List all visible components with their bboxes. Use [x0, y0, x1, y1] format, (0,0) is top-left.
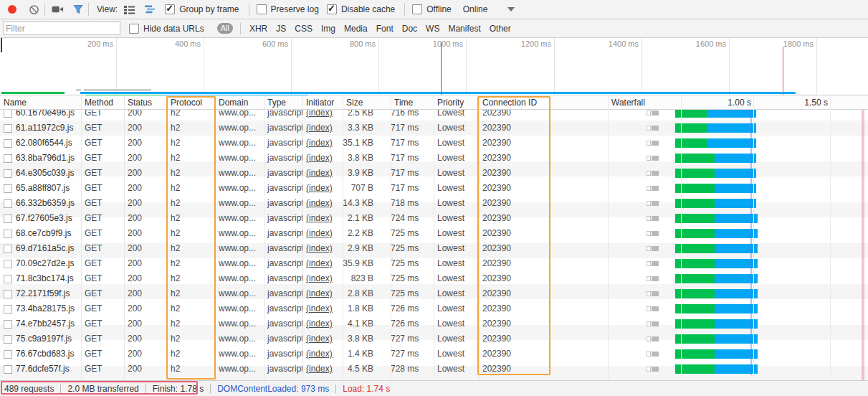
waterfall-stalled-chip: [652, 367, 659, 372]
clear-icon[interactable]: [29, 4, 39, 15]
chevron-down-icon[interactable]: [507, 7, 515, 11]
request-row[interactable]: 72.2171f59f.jsGET200h2www.op...javascrip…: [0, 286, 868, 301]
column-header-domain[interactable]: Domain: [215, 95, 264, 110]
filter-tab-media[interactable]: Media: [344, 24, 368, 34]
initiator-link[interactable]: (index): [306, 168, 333, 178]
column-header-status[interactable]: Status: [124, 95, 167, 110]
filter-tab-xhr[interactable]: XHR: [249, 24, 267, 34]
initiator-link[interactable]: (index): [306, 110, 333, 118]
cell-priority: Lowest: [434, 346, 479, 362]
waterfall-stalled-chip: [652, 352, 659, 357]
request-row[interactable]: 67.f27605e3.jsGET200h2www.op...javascrip…: [0, 211, 868, 226]
filter-tab-js[interactable]: JS: [276, 24, 286, 34]
initiator-link[interactable]: (index): [306, 258, 333, 268]
timeline-overview[interactable]: 200 ms400 ms600 ms800 ms1000 ms1200 ms14…: [0, 38, 868, 95]
record-button[interactable]: [8, 5, 16, 14]
initiator-link[interactable]: (index): [306, 198, 333, 208]
initiator-link[interactable]: (index): [306, 288, 333, 298]
cell-method: GET: [81, 362, 124, 377]
overview-tick-label: 800 ms: [336, 39, 376, 48]
initiator-link[interactable]: (index): [306, 213, 333, 223]
filter-input[interactable]: [3, 22, 120, 35]
overview-activity-bar: [1, 92, 65, 94]
column-header-priority[interactable]: Priority: [434, 95, 479, 110]
filter-tab-all[interactable]: All: [217, 23, 233, 34]
request-row[interactable]: 66.332b6359.jsGET200h2www.op...javascrip…: [0, 196, 868, 211]
initiator-link[interactable]: (index): [306, 334, 333, 344]
preserve-log-checkbox[interactable]: [257, 4, 267, 14]
show-overview-icon[interactable]: [144, 5, 156, 14]
filter-tab-css[interactable]: CSS: [295, 24, 313, 34]
request-row[interactable]: 64.e305c039.jsGET200h2www.op...javascrip…: [0, 166, 868, 181]
request-row[interactable]: 77.6dcfe57f.jsGET200h2www.op...javascrip…: [0, 362, 868, 377]
filter-tab-other[interactable]: Other: [490, 24, 511, 34]
hide-data-urls-checkbox[interactable]: [129, 24, 139, 34]
column-header-protocol[interactable]: Protocol: [167, 95, 215, 110]
initiator-link[interactable]: (index): [306, 319, 333, 329]
request-row[interactable]: 63.8ba796d1.jsGET200h2www.op...javascrip…: [0, 151, 868, 166]
filter-tab-ws[interactable]: WS: [426, 24, 439, 34]
overview-dcl-line: [441, 42, 442, 95]
screenshot-camera-icon[interactable]: [52, 5, 64, 14]
cell-type: javascript: [264, 151, 302, 166]
request-row[interactable]: 62.080f6544.jsGET200h2www.op...javascrip…: [0, 136, 868, 151]
disable-cache-checkbox[interactable]: [327, 4, 337, 14]
request-row[interactable]: 60.1670e496.jsGET200h2www.op...javascrip…: [0, 110, 868, 121]
initiator-link[interactable]: (index): [306, 243, 333, 253]
initiator-link[interactable]: (index): [306, 183, 333, 193]
cell-status: 200: [124, 211, 167, 226]
initiator-link[interactable]: (index): [306, 349, 333, 359]
cell-initiator: (index): [302, 241, 343, 256]
cell-priority: Lowest: [434, 256, 479, 271]
cell-protocol: h2: [167, 121, 215, 136]
cell-name: 75.c9a9197f.js: [0, 331, 81, 346]
column-header-name[interactable]: Name: [0, 95, 81, 110]
request-row[interactable]: 68.ce7cb9f9.jsGET200h2www.op...javascrip…: [0, 226, 868, 241]
request-row[interactable]: 65.a88ff807.jsGET200h2www.op...javascrip…: [0, 181, 868, 196]
cell-size: 3.8 KB: [343, 151, 391, 166]
initiator-link[interactable]: (index): [306, 273, 333, 283]
offline-checkbox[interactable]: [412, 4, 422, 14]
request-row[interactable]: 74.e7bb2457.jsGET200h2www.op...javascrip…: [0, 316, 868, 331]
cell-type: javascript: [264, 110, 302, 121]
column-header-initiator[interactable]: Initiator: [302, 95, 343, 110]
cell-method: GET: [81, 226, 124, 241]
cell-initiator: (index): [302, 271, 343, 286]
filter-tab-manifest[interactable]: Manifest: [448, 24, 480, 34]
cell-initiator: (index): [302, 121, 343, 136]
initiator-link[interactable]: (index): [306, 138, 333, 148]
request-row[interactable]: 76.67cbd683.jsGET200h2www.op...javascrip…: [0, 346, 868, 362]
initiator-link[interactable]: (index): [306, 364, 333, 374]
filter-funnel-icon[interactable]: [73, 4, 83, 14]
request-row[interactable]: 75.c9a9197f.jsGET200h2www.op...javascrip…: [0, 331, 868, 346]
waterfall-queueing-chip: [647, 141, 651, 146]
network-throttling-select[interactable]: Online: [463, 4, 488, 14]
column-header-connection-id[interactable]: Connection ID: [479, 95, 550, 110]
large-rows-icon[interactable]: [124, 5, 135, 14]
group-by-frame-checkbox[interactable]: [165, 4, 175, 14]
column-header-method[interactable]: Method: [81, 95, 124, 110]
request-row[interactable]: 73.4ba28175.jsGET200h2www.op...javascrip…: [0, 301, 868, 316]
request-row[interactable]: 61.a11972c9.jsGET200h2www.op...javascrip…: [0, 121, 868, 136]
cell-connection-id: 202390: [479, 271, 550, 286]
request-row[interactable]: 70.09c27d2e.jsGET200h2www.op...javascrip…: [0, 256, 868, 271]
column-header-size[interactable]: Size: [343, 95, 391, 110]
initiator-link[interactable]: (index): [306, 303, 333, 314]
cell-type: javascript: [264, 181, 302, 196]
cell-protocol: h2: [167, 151, 215, 166]
column-header-type[interactable]: Type: [264, 95, 302, 110]
initiator-link[interactable]: (index): [306, 123, 333, 133]
filter-tab-doc[interactable]: Doc: [402, 24, 417, 34]
cell-size: 707 B: [343, 181, 391, 196]
cell-connection-id: 202390: [479, 286, 550, 301]
filter-tab-img[interactable]: Img: [321, 24, 335, 34]
initiator-link[interactable]: (index): [306, 228, 333, 238]
request-row[interactable]: 69.d7161a5c.jsGET200h2www.op...javascrip…: [0, 241, 868, 256]
initiator-link[interactable]: (index): [306, 153, 333, 163]
cell-size: 2.2 KB: [343, 226, 391, 241]
request-row[interactable]: 71.8c3bc174.jsGET200h2www.op...javascrip…: [0, 271, 868, 286]
overview-tick-label: 1000 ms: [424, 39, 463, 48]
filter-tab-font[interactable]: Font: [376, 24, 394, 34]
waterfall-waiting-bar: [675, 289, 715, 298]
column-header-time[interactable]: Time: [391, 95, 434, 110]
